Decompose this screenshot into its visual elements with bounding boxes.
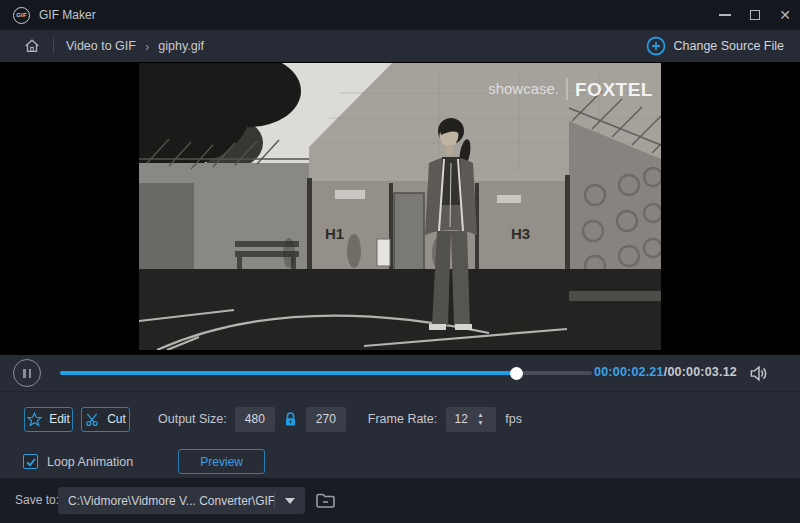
breadcrumb-section[interactable]: Video to GIF: [66, 39, 136, 53]
check-icon: [25, 456, 37, 468]
breadcrumb-divider: [53, 38, 54, 54]
footer-bar: Save to: C:\Vidmore\Vidmore V... Convert…: [0, 478, 800, 523]
cut-button[interactable]: Cut: [81, 407, 130, 432]
video-frame: H1 H3: [139, 63, 661, 350]
pause-icon: [23, 369, 26, 378]
toolbar-row: Edit Cut Output Size: Frame R: [0, 393, 800, 445]
gif-logo-icon: GIF: [13, 7, 30, 24]
scene-wall-label-h3: H3: [511, 225, 530, 242]
save-path-select[interactable]: C:\Vidmore\Vidmore V... Converter\GIF Ma…: [58, 487, 305, 514]
edit-button[interactable]: Edit: [24, 407, 73, 432]
volume-icon: [749, 364, 768, 383]
time-display: 00:00:02.21/00:00:03.12: [594, 365, 737, 379]
total-time: 00:00:03.12: [667, 365, 737, 379]
progress-fill: [60, 371, 516, 375]
minimize-icon: [719, 14, 731, 16]
progress-slider[interactable]: [60, 371, 592, 375]
loop-animation-label: Loop Animation: [47, 455, 133, 469]
scene-ground: [139, 269, 661, 350]
scissors-icon: [85, 412, 100, 427]
watermark-showcase: showcase.: [488, 80, 559, 97]
lock-icon: [283, 411, 298, 427]
plus-circle-icon: [646, 36, 666, 56]
maximize-icon: [750, 10, 760, 20]
output-height-input[interactable]: [306, 407, 346, 432]
watermark-foxtel: FOXTEL: [575, 79, 653, 100]
window-title: GIF Maker: [39, 8, 96, 22]
output-width-input[interactable]: [235, 407, 275, 432]
title-bar: GIF GIF Maker ✕: [0, 0, 800, 30]
frame-rate-input[interactable]: [446, 412, 476, 426]
folder-icon: [315, 491, 336, 510]
cut-label: Cut: [107, 412, 126, 426]
pause-icon: [29, 369, 32, 378]
fps-label: fps: [505, 412, 522, 426]
maximize-button[interactable]: [740, 0, 770, 30]
volume-button[interactable]: [749, 364, 768, 387]
save-path-text: C:\Vidmore\Vidmore V... Converter\GIF Ma…: [58, 494, 274, 508]
slider-thumb[interactable]: [510, 367, 523, 380]
browse-folder-button[interactable]: [313, 489, 337, 511]
breadcrumb: Video to GIF › giphy.gif Change Source F…: [0, 30, 800, 62]
pause-button[interactable]: [13, 359, 41, 387]
edit-star-icon: [27, 412, 42, 427]
gif-maker-window: GIF GIF Maker ✕ Video to GIF › giphy.gif…: [0, 0, 800, 523]
control-panel: 00:00:02.21/00:00:03.12 Edit: [0, 355, 800, 478]
breadcrumb-file: giphy.gif: [158, 39, 204, 53]
loop-animation-checkbox[interactable]: [23, 454, 38, 469]
home-icon: [23, 37, 41, 55]
frame-rate-field: ▲ ▼: [446, 407, 496, 432]
spinner-down-icon[interactable]: ▼: [477, 420, 483, 427]
scene-intercom: [377, 239, 390, 266]
breadcrumb-chevron-icon: ›: [145, 39, 149, 54]
change-source-button[interactable]: Change Source File: [646, 36, 784, 56]
current-time: 00:00:02.21: [594, 365, 664, 379]
video-stage: H1 H3: [0, 62, 800, 355]
spinner-up-icon[interactable]: ▲: [477, 412, 483, 419]
scene-gate: [394, 193, 424, 273]
frame-rate-label: Frame Rate:: [368, 412, 437, 426]
preview-button[interactable]: Preview: [178, 449, 265, 474]
options-row: Loop Animation Preview: [0, 445, 800, 478]
home-button[interactable]: [23, 37, 41, 55]
save-to-label: Save to:: [15, 493, 59, 507]
close-icon: ✕: [779, 8, 791, 22]
playback-row: 00:00:02.21/00:00:03.12: [0, 355, 800, 392]
edit-label: Edit: [49, 412, 70, 426]
select-divider: [274, 492, 275, 509]
output-size-label: Output Size:: [158, 412, 227, 426]
dropdown-arrow-icon: [285, 498, 295, 504]
scene-wall-label-h1: H1: [325, 225, 344, 242]
aspect-lock-button[interactable]: [283, 411, 298, 427]
minimize-button[interactable]: [710, 0, 740, 30]
close-button[interactable]: ✕: [770, 0, 800, 30]
change-source-label: Change Source File: [674, 39, 784, 53]
